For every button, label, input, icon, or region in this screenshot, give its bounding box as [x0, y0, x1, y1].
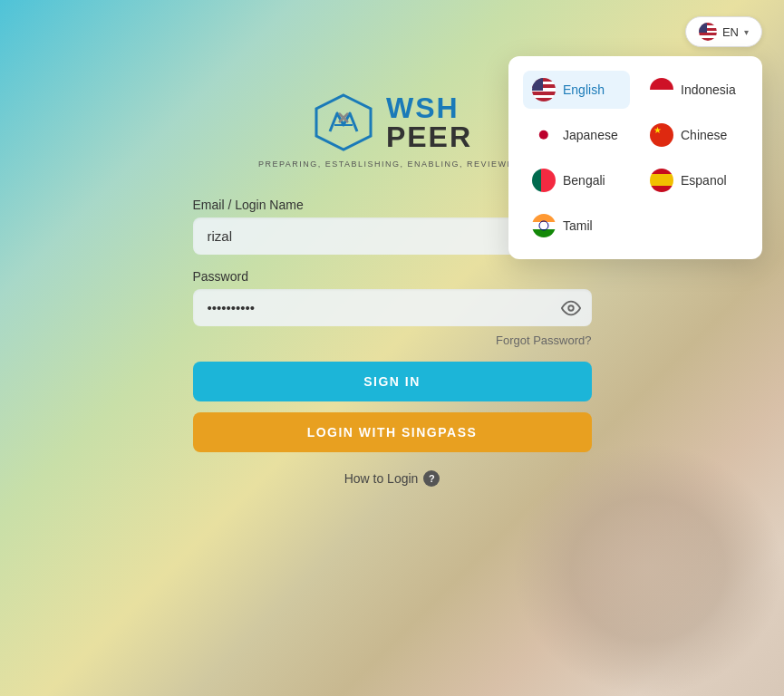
language-button[interactable]: EN ▾ [685, 16, 762, 47]
how-to-login-text: How to Login [344, 471, 419, 486]
flag-in-icon [532, 214, 556, 237]
logo-text: WSH PEER [386, 93, 472, 151]
lang-flag-icon [699, 23, 717, 41]
lang-label-bn: Bengali [563, 173, 605, 188]
help-icon[interactable]: ? [423, 470, 440, 487]
svg-point-1 [568, 305, 574, 311]
lang-option-zh[interactable]: Chinese [641, 116, 748, 154]
singpass-login-button[interactable]: LOGIN WITH SINGPASS [193, 412, 592, 452]
forgot-password-link[interactable]: Forgot Password? [193, 334, 592, 347]
logo-wsh: WSH [386, 93, 472, 122]
flag-bd-icon [532, 169, 556, 192]
logo-container: WSH PEER [312, 91, 472, 154]
lang-label-zh: Chinese [681, 128, 727, 142]
logo-tagline: PREPARING, ESTABLISHING, ENABLING, REVIE… [258, 160, 526, 169]
lang-label-ja: Japanese [563, 128, 618, 142]
password-input-wrapper [193, 289, 592, 326]
chevron-down-icon: ▾ [744, 27, 749, 37]
lang-option-id[interactable]: Indonesia [641, 71, 748, 109]
lang-button-label: EN [722, 25, 739, 39]
lang-option-bn[interactable]: Bengali [523, 161, 630, 199]
lang-option-ta[interactable]: Tamil [523, 207, 630, 245]
logo-peer: PEER [386, 122, 472, 151]
flag-id-icon [650, 78, 673, 102]
eye-icon [561, 298, 581, 318]
wsh-peer-logo-icon [312, 91, 375, 154]
lang-label-es: Espanol [681, 173, 727, 188]
lang-label-id: Indonesia [681, 82, 736, 97]
sign-in-button[interactable]: SIGN IN [193, 362, 592, 401]
lang-label-en: English [563, 82, 605, 97]
flag-cn-icon [650, 123, 673, 147]
language-dropdown: English Indonesia Japanese Chinese Benga… [508, 56, 762, 259]
flag-en-icon [532, 78, 556, 102]
lang-option-es[interactable]: Espanol [641, 161, 748, 199]
lang-option-ja[interactable]: Japanese [523, 116, 630, 154]
lang-label-ta: Tamil [563, 218, 593, 233]
flag-jp-icon [532, 123, 556, 147]
flag-es-icon [650, 169, 673, 192]
logo-area: WSH PEER PREPARING, ESTABLISHING, ENABLI… [258, 91, 526, 169]
lang-option-en[interactable]: English [523, 71, 630, 109]
password-label: Password [193, 269, 592, 284]
how-to-login-section: How to Login ? [193, 470, 592, 487]
toggle-password-button[interactable] [561, 298, 581, 318]
password-input[interactable] [193, 289, 592, 326]
